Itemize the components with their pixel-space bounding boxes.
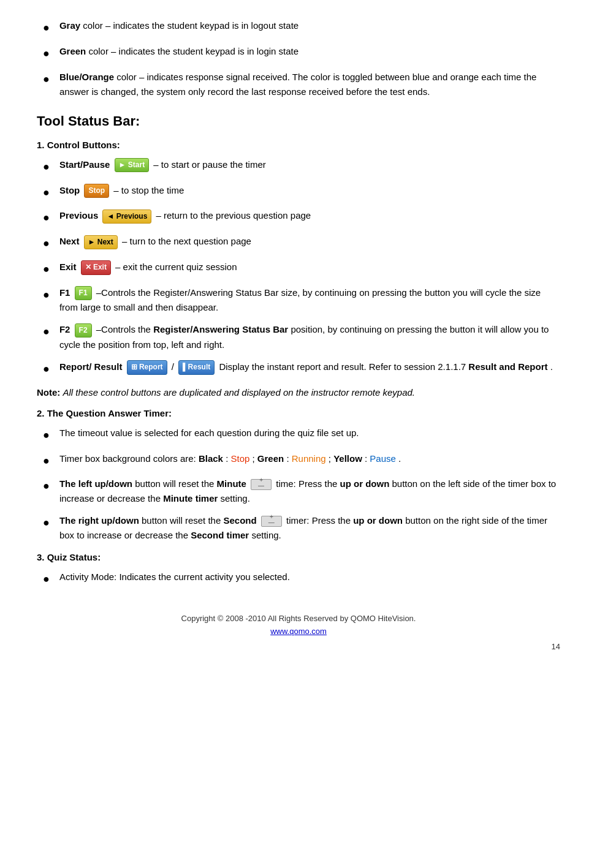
footer: Copyright © 2008 -2010 All Rights Reserv… [37,613,560,638]
f2-bold: F2 [59,324,70,334]
page-number: 14 [37,641,560,654]
bullet-dot: ● [43,209,50,227]
bullet-dot: ● [43,70,50,88]
f1-text: F1 F1 –Controls the Register/Answering S… [59,285,560,315]
section2-heading: 2. The Question Answer Timer: [37,406,560,421]
left-updown-text: The left up/down button will reset the M… [59,477,560,506]
gray-bullet-item: ● Gray color – indicates the student key… [37,18,560,37]
up-or-down-bold: up or down [340,478,389,489]
report-result-bold: Report/ Result [59,361,123,372]
previous-text: Previous ◄ Previous – return to the prev… [59,208,311,224]
minute-timer-bold: Minute timer [163,493,218,504]
bullet-dot: ● [43,19,50,37]
start-button-image: ► Start [115,158,150,172]
note-label: Note: [37,387,60,398]
tool-status-bar-heading: Tool Status Bar: [37,110,560,132]
f2-button-image: F2 [75,323,92,338]
minute-timer-icon [251,479,272,490]
exit-bold: Exit [59,262,77,272]
left-updown-item: ● The left up/down button will reset the… [37,477,560,506]
bullet-dot: ● [43,452,50,470]
stop-bold: Stop [59,185,80,195]
second-timer-icon [261,516,282,527]
f2-item: ● F2 F2 –Controls the Register/Answering… [37,322,560,352]
gray-bullet-text: Gray color – indicates the student keypa… [59,18,298,33]
f2-text: F2 F2 –Controls the Register/Answering S… [59,322,560,352]
timer-colors-item: ● Timer box background colors are: Black… [37,451,560,470]
previous-button-image: ◄ Previous [102,209,151,224]
bullet-dot: ● [43,45,50,62]
stop-label: Stop [230,453,249,464]
stop-text: Stop Stop – to stop the time [59,183,184,198]
section3-heading: 3. Quiz Status: [37,550,560,565]
top-bullet-list: ● Gray color – indicates the student key… [37,18,560,99]
blueorange-bullet-item: ● Blue/Orange color – indicates response… [37,70,560,99]
note-text: All these control buttons are duplicated… [63,387,416,398]
bullet-dot: ● [43,477,50,495]
control-buttons-heading: 1. Control Buttons: [37,138,560,153]
stop-button-image: Stop [84,184,109,198]
bullet-dot: ● [43,323,50,341]
green-label: Green [257,453,284,464]
section2-list: ● The timeout value is selected for each… [37,426,560,543]
start-pause-bold: Start/Pause [59,159,110,170]
left-updown-bold1: The left up/down [59,478,132,489]
start-pause-item: ● Start/Pause ► Start – to start or paus… [37,157,560,176]
stop-item: ● Stop Stop – to stop the time [37,183,560,202]
timer-colors-text: Timer box background colors are: Black :… [59,451,401,466]
exit-text: Exit ✕ Exit – exit the current quiz sess… [59,260,237,275]
second-bold: Second [223,515,256,526]
right-updown-item: ● The right up/down button will reset th… [37,513,560,543]
f1-bold: F1 [59,287,70,298]
bullet-dot: ● [43,514,50,532]
result-report-bold2: Result and Report [468,361,547,372]
gray-bold: Gray [59,20,80,31]
report-result-item: ● Report/ Result ⊞ Report / ▌Result Disp… [37,360,560,378]
next-button-image: ► Next [84,235,118,249]
bullet-dot: ● [43,360,50,378]
next-text: Next ► Next – turn to the next question … [59,234,251,249]
footer-url[interactable]: www.qomo.com [37,625,560,638]
f1-item: ● F1 F1 –Controls the Register/Answering… [37,285,560,315]
previous-bold: Previous [59,210,98,221]
start-pause-text: Start/Pause ► Start – to start or pause … [59,157,266,173]
f1-button-image: F1 [75,286,92,300]
second-timer-bold: Second timer [191,530,249,540]
url-link[interactable]: www.qomo.com [270,627,327,636]
right-updown-bold1: The right up/down [59,515,139,526]
bullet-dot: ● [43,158,50,176]
right-updown-text: The right up/down button will reset the … [59,513,560,543]
yellow-label: Yellow [333,453,362,464]
black-label: Black [199,453,223,464]
timeout-item: ● The timeout value is selected for each… [37,426,560,444]
bullet-dot: ● [43,426,50,444]
copyright-text: Copyright © 2008 -2010 All Rights Reserv… [37,613,560,625]
activity-mode-text: Activity Mode: Indicates the current act… [59,570,290,584]
result-button-image: ▌Result [178,360,215,374]
note-paragraph: Note: All these control buttons are dupl… [37,385,560,400]
exit-item: ● Exit ✕ Exit – exit the current quiz se… [37,260,560,278]
bullet-dot: ● [43,286,50,304]
next-bold: Next [59,236,80,246]
report-result-text: Report/ Result ⊞ Report / ▌Result Displa… [59,360,553,375]
exit-button-image: ✕ Exit [81,260,111,274]
previous-item: ● Previous ◄ Previous – return to the pr… [37,208,560,227]
bullet-dot: ● [43,570,50,588]
green-bullet-text: Green color – indicates the student keyp… [59,44,298,59]
bullet-dot: ● [43,184,50,202]
blueorange-bullet-text: Blue/Orange color – indicates response s… [59,70,560,99]
blueorange-bold: Blue/Orange [59,72,114,82]
section3-list: ● Activity Mode: Indicates the current a… [37,570,560,588]
up-or-down-bold2: up or down [353,515,403,526]
bullet-dot: ● [43,260,50,278]
bullet-dot: ● [43,235,50,252]
green-bold: Green [59,46,86,56]
f2-bold2: Register/Answering Status Bar [153,324,288,334]
running-label: Running [292,453,326,464]
control-buttons-list: ● Start/Pause ► Start – to start or paus… [37,157,560,378]
report-button-image: ⊞ Report [127,360,167,374]
activity-mode-item: ● Activity Mode: Indicates the current a… [37,570,560,588]
next-item: ● Next ► Next – turn to the next questio… [37,234,560,252]
timeout-text: The timeout value is selected for each q… [59,426,359,440]
pause-label: Pause [370,453,396,464]
